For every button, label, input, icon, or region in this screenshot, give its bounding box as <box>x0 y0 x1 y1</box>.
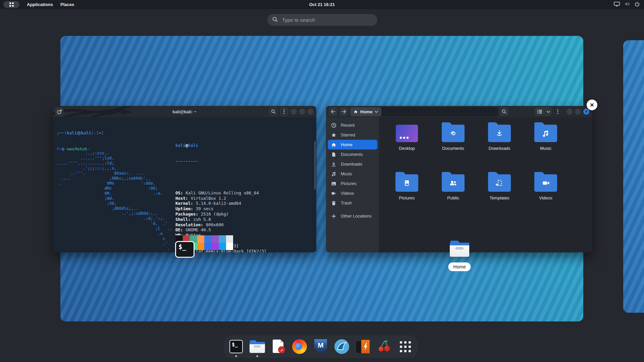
window-terminal[interactable]: kali@kali: ~ ┌──(kali㉿kali)-[~] └─$neofe… <box>53 106 316 252</box>
search-bar[interactable] <box>267 14 377 26</box>
music-folder-icon <box>534 125 557 142</box>
maximize-button[interactable] <box>299 109 305 115</box>
public-folder-icon <box>442 174 465 192</box>
terminal-menu-button[interactable] <box>280 108 288 116</box>
file-grid-item[interactable]: Desktop <box>384 121 430 171</box>
file-grid-item[interactable]: Public <box>430 171 476 221</box>
music-note-icon <box>331 171 336 177</box>
palette-swatch <box>226 235 233 243</box>
sidebar-item-label: Music <box>341 171 352 176</box>
sidebar-item[interactable]: Trash <box>328 198 377 208</box>
sidebar-item[interactable]: Documents <box>328 149 377 159</box>
dock-item-firefox[interactable] <box>292 339 307 354</box>
view-toggle <box>535 107 552 116</box>
sidebar-item[interactable]: Starred <box>328 130 377 140</box>
palette-swatch <box>219 235 226 243</box>
file-grid-item[interactable]: Music <box>523 121 569 171</box>
file-grid-label: Desktop <box>399 146 415 151</box>
file-grid-item[interactable]: Downloads <box>476 121 523 171</box>
forward-button[interactable] <box>339 107 348 116</box>
new-tab-button[interactable] <box>55 108 63 116</box>
app-grid-dot <box>12 2 14 4</box>
terminal-scrollbar[interactable] <box>314 141 316 189</box>
app-grid-icon <box>400 341 411 352</box>
dock-item-show-apps[interactable] <box>397 339 413 354</box>
file-grid-item[interactable]: Videos <box>523 171 569 221</box>
view-options-button[interactable] <box>545 107 552 116</box>
desktop-thumbnail-icon <box>396 125 418 142</box>
dock-item-metasploit[interactable]: M <box>313 339 328 354</box>
files-menu-button[interactable] <box>554 107 562 116</box>
workspace-next[interactable] <box>623 40 644 313</box>
plus-icon <box>331 214 336 219</box>
chevron-down-icon <box>375 111 378 113</box>
places-menu[interactable]: Places <box>60 2 74 7</box>
text-editor-icon <box>272 339 285 354</box>
file-grid-item[interactable]: Templates <box>476 171 523 221</box>
close-button[interactable]: × <box>583 109 589 115</box>
clock[interactable]: Oct 21 16:21 <box>309 2 335 7</box>
minimize-button[interactable] <box>567 109 573 115</box>
system-status-area[interactable] <box>614 0 640 9</box>
sidebar-item[interactable]: Music <box>328 169 377 179</box>
file-grid-label: Documents <box>442 146 464 151</box>
video-camera-icon <box>331 191 336 196</box>
file-grid-label: Public <box>447 195 459 200</box>
file-grid-item[interactable]: Pictures <box>384 171 430 221</box>
dock-item-files[interactable] <box>250 339 265 354</box>
sidebar-item-label: Documents <box>341 152 363 157</box>
maximize-button[interactable] <box>575 109 581 115</box>
dock-item-wireshark[interactable] <box>334 339 350 354</box>
pencil-badge-icon <box>278 346 285 353</box>
back-button[interactable] <box>329 107 337 116</box>
window-files[interactable]: Home × <box>326 106 592 252</box>
palette-swatch <box>204 235 212 243</box>
close-button[interactable] <box>308 109 314 115</box>
palette-swatch <box>204 243 212 250</box>
files-icon <box>250 340 265 353</box>
dock-item-terminal[interactable]: $_ <box>228 339 244 354</box>
dash-dock: $_ M <box>224 335 418 358</box>
path-segment-home[interactable]: Home <box>350 107 381 116</box>
activities-button[interactable] <box>3 1 19 8</box>
terminal-app-badge: $_ <box>175 241 195 258</box>
sidebar-item[interactable]: Videos <box>328 188 377 198</box>
arrow-left-icon <box>331 110 335 114</box>
sidebar-item-label: Home <box>341 142 353 147</box>
palette-swatch <box>197 235 205 243</box>
sidebar-item[interactable]: Downloads <box>328 159 377 169</box>
download-icon <box>331 162 336 167</box>
files-content: Recent Starred <box>326 117 592 252</box>
location-bar[interactable]: Home <box>350 107 498 116</box>
path-label: Home <box>360 109 372 114</box>
search-icon <box>502 109 506 114</box>
palette-swatch <box>226 243 233 250</box>
display-icon <box>614 2 620 7</box>
app-grid-dot <box>9 2 11 4</box>
applications-menu[interactable]: Applications <box>27 2 53 7</box>
metasploit-shield-icon: M <box>314 339 327 354</box>
dock-item-text-editor[interactable] <box>271 339 286 354</box>
star-icon <box>331 132 336 138</box>
sidebar-item[interactable]: Recent <box>328 120 377 130</box>
home-icon <box>331 142 336 147</box>
file-grid-item[interactable]: Documents <box>430 121 476 171</box>
neofetch-info-line: OS:Kali GNU/Linux Rolling x86_64 <box>175 190 269 196</box>
terminal-search-button[interactable] <box>269 108 277 116</box>
search-input[interactable] <box>281 17 372 23</box>
sidebar-item-label: Trash <box>341 200 352 205</box>
sidebar-item[interactable]: Home <box>328 140 377 149</box>
list-view-button[interactable] <box>535 107 545 116</box>
templates-folder-icon <box>488 174 511 192</box>
window-close-overlay-button[interactable]: ✕ <box>587 100 597 110</box>
picture-icon <box>331 181 336 186</box>
search-icon <box>271 109 276 114</box>
sidebar-item[interactable]: Pictures <box>328 179 377 188</box>
files-search-button[interactable] <box>500 107 508 116</box>
dock-item-burpsuite[interactable] <box>355 339 371 354</box>
palette-swatch <box>212 243 219 250</box>
terminal-headerbar: kali@kali: ~ <box>53 106 316 117</box>
sidebar-item[interactable]: Other Locations <box>328 211 377 221</box>
minimize-button[interactable] <box>291 109 297 115</box>
dock-item-cherrytree[interactable] <box>376 339 392 354</box>
